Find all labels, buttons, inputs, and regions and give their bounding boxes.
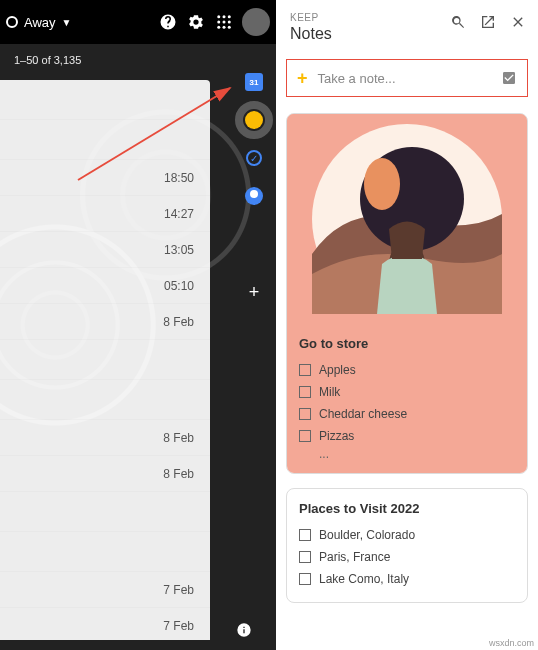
checklist-item[interactable]: Paris, France xyxy=(299,546,515,568)
note-image xyxy=(287,114,527,324)
mail-list[interactable]: 18:50 14:27 13:05 05:10 8 Feb 8 Feb 8 Fe… xyxy=(0,80,210,640)
plus-icon: + xyxy=(297,68,308,89)
mail-row[interactable]: 8 Feb xyxy=(0,456,210,492)
help-icon[interactable] xyxy=(158,12,178,32)
note-placeholder: Take a note... xyxy=(318,71,491,86)
note-body: Go to store Apples Milk Cheddar cheese P… xyxy=(287,324,527,473)
checkbox-icon[interactable] xyxy=(299,551,311,563)
notes-list[interactable]: 📌 Go to store Apples Milk Che xyxy=(276,103,538,650)
keep-panel: KEEP Notes + Take a note... 📌 xyxy=(276,0,538,650)
gear-icon[interactable] xyxy=(186,12,206,32)
svg-point-5 xyxy=(228,21,231,24)
mail-time: 8 Feb xyxy=(163,315,194,329)
svg-point-0 xyxy=(217,15,220,18)
mail-row[interactable]: 13:05 xyxy=(0,232,210,268)
svg-point-3 xyxy=(217,21,220,24)
gmail-left-pane: Away ▼ 1–50 of 3,135 18:50 14:27 13:05 0… xyxy=(0,0,276,650)
checklist-item[interactable]: Apples xyxy=(299,359,515,381)
checklist-item[interactable]: Pizzas xyxy=(299,425,515,447)
checklist-icon[interactable] xyxy=(501,70,517,86)
svg-point-2 xyxy=(228,15,231,18)
mail-time: 8 Feb xyxy=(163,467,194,481)
svg-point-7 xyxy=(223,26,226,29)
tasks-icon[interactable] xyxy=(244,148,264,168)
gmail-top-bar: Away ▼ xyxy=(0,0,276,44)
checkbox-icon[interactable] xyxy=(299,529,311,541)
side-panel-rail: + xyxy=(240,72,268,302)
chevron-down-icon: ▼ xyxy=(62,17,72,28)
mail-row[interactable]: 8 Feb xyxy=(0,420,210,456)
search-icon[interactable] xyxy=(450,14,466,30)
checkbox-icon[interactable] xyxy=(299,386,311,398)
apps-grid-icon[interactable] xyxy=(214,12,234,32)
checkbox-icon[interactable] xyxy=(299,573,311,585)
mail-row[interactable] xyxy=(0,492,210,532)
mail-row[interactable] xyxy=(0,380,210,420)
contacts-icon[interactable] xyxy=(244,186,264,206)
svg-point-8 xyxy=(228,26,231,29)
mail-time: 7 Feb xyxy=(163,619,194,633)
svg-point-6 xyxy=(217,26,220,29)
close-icon[interactable] xyxy=(510,14,526,30)
watermark: wsxdn.com xyxy=(489,638,534,648)
avatar[interactable] xyxy=(242,8,270,36)
mail-row[interactable] xyxy=(0,340,210,380)
mail-time: 14:27 xyxy=(164,207,194,221)
checklist-item[interactable]: Boulder, Colorado xyxy=(299,524,515,546)
mail-time: 8 Feb xyxy=(163,431,194,445)
mail-time: 18:50 xyxy=(164,171,194,185)
mail-row[interactable] xyxy=(0,120,210,160)
take-note-input[interactable]: + Take a note... xyxy=(286,59,528,97)
pagination-label: 1–50 of 3,135 xyxy=(14,54,81,66)
status-selector[interactable]: Away ▼ xyxy=(6,15,71,30)
keep-icon[interactable] xyxy=(244,110,264,130)
checkbox-icon[interactable] xyxy=(299,408,311,420)
svg-point-1 xyxy=(223,15,226,18)
open-external-icon[interactable] xyxy=(480,14,496,30)
more-indicator: ... xyxy=(299,447,515,461)
note-title: Go to store xyxy=(299,336,515,351)
status-label: Away xyxy=(24,15,56,30)
note-card[interactable]: Places to Visit 2022 Boulder, Colorado P… xyxy=(286,488,528,603)
note-title: Places to Visit 2022 xyxy=(299,501,515,516)
checkbox-icon[interactable] xyxy=(299,364,311,376)
mail-row[interactable]: 7 Feb xyxy=(0,572,210,608)
keep-header: KEEP Notes xyxy=(276,0,538,53)
mail-row[interactable] xyxy=(0,532,210,572)
mail-row[interactable]: 18:50 xyxy=(0,160,210,196)
mail-row[interactable]: 8 Feb xyxy=(0,304,210,340)
calendar-icon[interactable] xyxy=(244,72,264,92)
status-indicator-icon xyxy=(6,16,18,28)
add-app-icon[interactable]: + xyxy=(244,282,264,302)
svg-point-13 xyxy=(364,158,400,210)
note-card[interactable]: 📌 Go to store Apples Milk Che xyxy=(286,113,528,474)
note-body: Places to Visit 2022 Boulder, Colorado P… xyxy=(287,489,527,602)
checkbox-icon[interactable] xyxy=(299,430,311,442)
mail-time: 7 Feb xyxy=(163,583,194,597)
mail-row[interactable] xyxy=(0,80,210,120)
mail-row[interactable]: 7 Feb xyxy=(0,608,210,640)
checklist-item[interactable]: Cheddar cheese xyxy=(299,403,515,425)
checklist-item[interactable]: Milk xyxy=(299,381,515,403)
info-icon[interactable] xyxy=(236,622,252,642)
mail-time: 05:10 xyxy=(164,279,194,293)
mail-time: 13:05 xyxy=(164,243,194,257)
svg-point-4 xyxy=(223,21,226,24)
mail-row[interactable]: 05:10 xyxy=(0,268,210,304)
checklist-item[interactable]: Lake Como, Italy xyxy=(299,568,515,590)
mail-row[interactable]: 14:27 xyxy=(0,196,210,232)
